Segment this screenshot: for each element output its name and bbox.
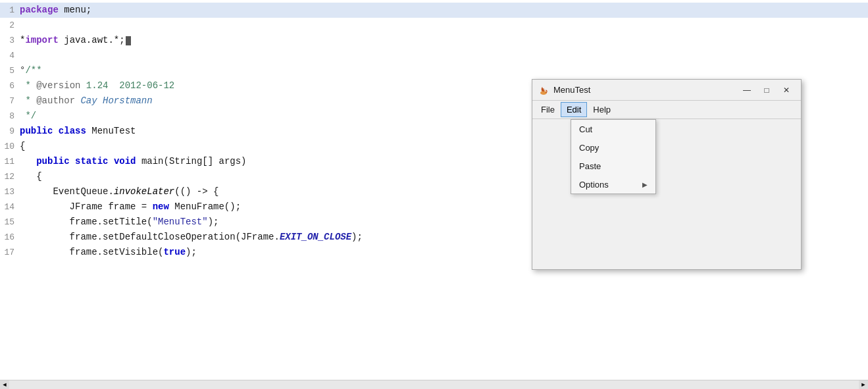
edit-dropdown-menu: Cut Copy Paste Options ▶: [571, 119, 656, 194]
line-number: 2: [0, 18, 20, 33]
code-token: void: [114, 156, 136, 167]
code-token: true: [163, 247, 186, 257]
code-token: MenuTest: [86, 126, 136, 136]
code-line: 5°/**: [0, 63, 868, 78]
code-token: *: [20, 95, 36, 106]
text-cursor: [126, 36, 131, 45]
code-token: java.awt.*;: [59, 35, 125, 45]
code-token: *: [20, 80, 36, 91]
line-number: 14: [0, 200, 20, 215]
code-token: public: [36, 156, 69, 167]
line-number: 3: [0, 34, 20, 48]
code-token: (() -> {: [174, 186, 218, 197]
minimize-button[interactable]: —: [738, 83, 756, 97]
code-token: menu;: [59, 5, 91, 15]
code-token: EXIT_ON_CLOSE: [280, 232, 351, 242]
code-token: "MenuTest": [153, 217, 208, 227]
code-token: );: [351, 232, 363, 242]
code-token: @version: [36, 80, 80, 91]
scroll-left-arrow[interactable]: ◀: [0, 380, 9, 390]
code-token: import: [25, 35, 58, 45]
popup-titlebar: MenuTest — □ ✕: [532, 80, 801, 101]
code-token: /**: [25, 65, 41, 76]
line-content: [20, 48, 868, 63]
code-token: main(String[] args): [136, 156, 246, 167]
menu-item-options-label: Options: [579, 180, 609, 190]
code-token: Cay Horstmann: [75, 95, 153, 106]
code-token: [108, 156, 113, 167]
popup-menubar: File Edit Help: [532, 101, 801, 119]
java-icon: [538, 84, 549, 96]
code-token: );: [208, 217, 219, 227]
line-number: 8: [0, 109, 20, 124]
line-number: 10: [0, 140, 20, 154]
code-token: EventQueue.: [20, 186, 114, 197]
code-token: {: [20, 171, 42, 182]
close-button[interactable]: ✕: [777, 83, 796, 97]
line-content: [20, 18, 868, 32]
line-number: 11: [0, 155, 20, 169]
maximize-button[interactable]: □: [757, 83, 776, 97]
code-token: [20, 156, 36, 167]
code-token: [53, 126, 58, 136]
code-token: {: [20, 141, 25, 151]
horizontal-scrollbar[interactable]: ◀ ▶: [0, 380, 868, 389]
line-number: 9: [0, 124, 20, 139]
line-number: 1: [0, 3, 20, 18]
line-number: 4: [0, 49, 20, 63]
code-token: [70, 156, 75, 167]
line-number: 6: [0, 79, 20, 93]
code-token: MenuFrame();: [169, 201, 241, 212]
menu-help[interactable]: Help: [587, 102, 617, 117]
line-content: *import java.awt.*;: [20, 33, 868, 47]
code-token: static: [75, 156, 108, 167]
line-content: °/**: [20, 63, 868, 78]
code-token: new: [153, 201, 169, 212]
code-line: 3*import java.awt.*;: [0, 33, 868, 48]
code-token: frame.setTitle(: [20, 217, 153, 227]
scroll-track[interactable]: [9, 380, 859, 389]
submenu-arrow-icon: ▶: [642, 181, 648, 188]
menu-file[interactable]: File: [535, 102, 561, 117]
code-token: frame.setVisible(: [20, 247, 163, 257]
line-content: package menu;: [20, 3, 868, 17]
menu-item-cut[interactable]: Cut: [571, 120, 655, 138]
line-number: 16: [0, 230, 20, 245]
line-number: 13: [0, 185, 20, 199]
popup-title: MenuTest: [553, 85, 736, 95]
code-token: */: [20, 111, 36, 121]
code-line: 1package menu;: [0, 3, 868, 18]
code-token: public: [20, 126, 53, 136]
menu-item-paste[interactable]: Paste: [571, 157, 655, 175]
scroll-right-arrow[interactable]: ▶: [859, 380, 868, 390]
code-token: );: [186, 247, 197, 257]
line-number: 7: [0, 94, 20, 109]
line-number: 12: [0, 170, 20, 184]
code-token: 1.24 2012-06-12: [80, 80, 174, 91]
popup-window: MenuTest — □ ✕ File Edit Help Cut Copy P…: [532, 79, 802, 270]
code-token: JFrame frame =: [20, 201, 153, 212]
line-number: 15: [0, 215, 20, 230]
code-token: package: [20, 5, 59, 15]
code-token: @author: [36, 95, 75, 106]
line-number: 5: [0, 64, 20, 78]
code-line: 2: [0, 18, 868, 33]
code-token: frame.setDefaultCloseOperation(JFrame.: [20, 232, 280, 242]
menu-item-options[interactable]: Options ▶: [571, 175, 655, 194]
line-number: 17: [0, 246, 20, 260]
code-token: class: [59, 126, 86, 136]
code-token: invokeLater: [114, 186, 174, 197]
menu-item-copy[interactable]: Copy: [571, 138, 655, 157]
code-line: 4: [0, 48, 868, 63]
menu-edit[interactable]: Edit: [561, 102, 587, 117]
